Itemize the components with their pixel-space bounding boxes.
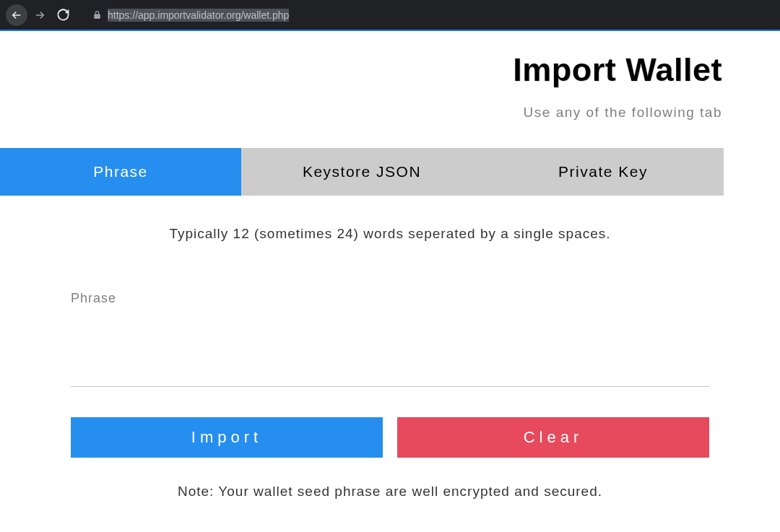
reload-icon bbox=[56, 8, 70, 22]
url-text: https://app.importvalidator.org/wallet.p… bbox=[108, 9, 289, 22]
tabs: Phrase Keystore JSON Private Key bbox=[0, 148, 724, 196]
phrase-input-wrap bbox=[71, 271, 709, 387]
url-bar[interactable]: https://app.importvalidator.org/wallet.p… bbox=[82, 4, 774, 26]
clear-button[interactable]: Clear bbox=[397, 417, 709, 458]
page-subtitle: Use any of the following tab bbox=[0, 105, 722, 121]
tab-keystore-json[interactable]: Keystore JSON bbox=[241, 148, 482, 196]
instruction-text: Typically 12 (sometimes 24) words sepera… bbox=[0, 226, 780, 242]
import-button[interactable]: Import bbox=[71, 417, 383, 458]
forward-button[interactable] bbox=[29, 4, 51, 26]
arrow-left-icon bbox=[10, 9, 23, 22]
browser-bar: https://app.importvalidator.org/wallet.p… bbox=[0, 0, 780, 31]
reload-button[interactable] bbox=[52, 4, 74, 26]
phrase-input[interactable] bbox=[71, 271, 709, 378]
action-buttons: Import Clear bbox=[71, 417, 709, 458]
tab-private-key[interactable]: Private Key bbox=[482, 148, 724, 196]
tab-phrase[interactable]: Phrase bbox=[0, 148, 241, 196]
page-header: Import Wallet Use any of the following t… bbox=[0, 31, 780, 121]
page-content: Import Wallet Use any of the following t… bbox=[0, 31, 780, 500]
page-title: Import Wallet bbox=[0, 51, 722, 89]
lock-icon bbox=[92, 10, 102, 19]
arrow-right-icon bbox=[33, 9, 46, 22]
back-button[interactable] bbox=[6, 4, 27, 26]
footer-note: Note: Your wallet seed phrase are well e… bbox=[0, 484, 780, 500]
